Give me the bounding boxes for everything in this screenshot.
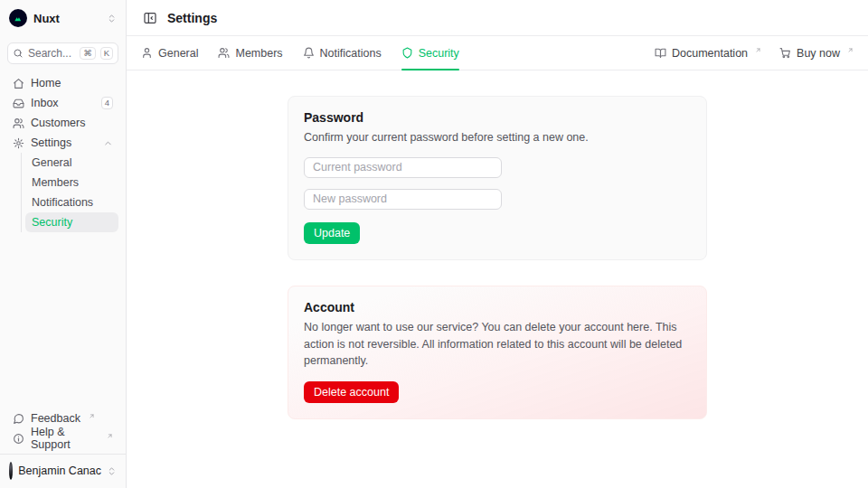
nuxt-logo-icon	[9, 9, 27, 27]
app-window: Nuxt Search... ⌘ K Home Inbox 4 Customer…	[0, 0, 868, 488]
gear-icon	[13, 137, 24, 149]
page-header: Settings	[127, 0, 868, 36]
kbd-k: K	[100, 47, 113, 60]
team: Nuxt	[9, 9, 60, 27]
search-icon	[13, 48, 24, 59]
avatar	[9, 462, 13, 480]
tabbar-right: Documentation Buy now	[655, 47, 854, 60]
user-name: Benjamin Canac	[18, 465, 101, 477]
home-icon	[13, 78, 24, 89]
info-icon	[13, 433, 24, 445]
tab-members[interactable]: Members	[218, 36, 282, 70]
sidebar-item-home[interactable]: Home	[7, 73, 118, 93]
users-icon	[218, 47, 230, 59]
buy-now-link[interactable]: Buy now	[779, 47, 854, 60]
sidebar-item-settings[interactable]: Settings	[7, 133, 118, 153]
user-section: Benjamin Canac	[0, 454, 126, 488]
sidebar-footer: Feedback Help & Support	[0, 408, 126, 454]
main-area: Settings General Members Notifications S…	[127, 0, 868, 488]
external-link-icon	[107, 433, 113, 439]
chevron-up-down-icon	[107, 14, 117, 23]
password-card: Password Confirm your current password b…	[288, 96, 707, 260]
sidebar-item-inbox[interactable]: Inbox 4	[7, 93, 118, 113]
team-name: Nuxt	[33, 12, 60, 25]
tab-notifications[interactable]: Notifications	[303, 36, 382, 70]
collapse-sidebar-button[interactable]	[141, 9, 159, 27]
help-support-link[interactable]: Help & Support	[7, 428, 118, 448]
book-open-icon	[655, 47, 666, 59]
external-link-icon	[847, 47, 854, 53]
page-title: Settings	[167, 11, 217, 25]
tab-security[interactable]: Security	[401, 36, 459, 70]
panel-left-close-icon	[143, 11, 157, 25]
delete-account-button[interactable]: Delete account	[304, 381, 399, 403]
account-card-description: No longer want to use our service? You c…	[304, 319, 691, 370]
settings-security-content: Password Confirm your current password b…	[127, 70, 868, 488]
current-password-field[interactable]	[304, 157, 502, 178]
shield-icon	[401, 47, 413, 59]
sidebar-item-customers[interactable]: Customers	[7, 113, 118, 133]
external-link-icon	[89, 413, 95, 419]
sidebar-item-general[interactable]: General	[25, 153, 118, 173]
sidebar: Nuxt Search... ⌘ K Home Inbox 4 Customer…	[0, 0, 127, 488]
tab-general[interactable]: General	[141, 36, 198, 70]
inbox-count-badge: 4	[101, 97, 113, 109]
customers-icon	[13, 117, 24, 129]
sidebar-item-notifications[interactable]: Notifications	[25, 192, 118, 212]
password-card-description: Confirm your current password before set…	[304, 129, 691, 146]
chevron-up-down-icon	[107, 466, 117, 476]
documentation-link[interactable]: Documentation	[655, 47, 761, 60]
bell-icon	[303, 47, 315, 59]
kbd-meta: ⌘	[80, 47, 96, 60]
password-card-title: Password	[304, 110, 691, 125]
settings-tabbar: General Members Notifications Security D…	[127, 36, 868, 70]
team-picker[interactable]: Nuxt	[0, 0, 126, 36]
settings-subnav: General Members Notifications Security	[21, 153, 118, 232]
sidebar-nav: Home Inbox 4 Customers Settings General …	[0, 73, 126, 232]
sidebar-item-security[interactable]: Security	[25, 212, 118, 232]
new-password-field[interactable]	[304, 189, 502, 210]
user-icon	[141, 47, 153, 59]
search-input[interactable]: Search... ⌘ K	[7, 42, 118, 64]
user-menu[interactable]: Benjamin Canac	[7, 460, 118, 482]
external-link-icon	[755, 47, 761, 53]
search-placeholder: Search...	[28, 47, 75, 60]
shopping-cart-icon	[779, 47, 791, 59]
inbox-icon	[13, 98, 24, 109]
chevron-up-icon	[103, 138, 113, 148]
sidebar-item-members[interactable]: Members	[25, 173, 118, 192]
message-icon	[13, 413, 24, 425]
account-danger-card: Account No longer want to use our servic…	[288, 286, 707, 419]
update-password-button[interactable]: Update	[304, 222, 360, 244]
account-card-title: Account	[304, 300, 691, 314]
